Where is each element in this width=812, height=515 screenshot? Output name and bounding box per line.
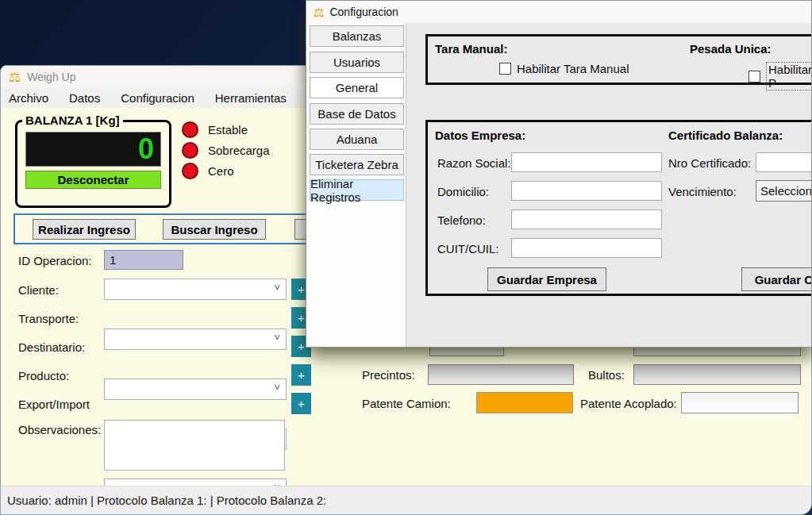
tara-manual-heading: Tara Manual: [435,42,507,56]
menu-archivo[interactable]: Archivo [9,91,48,105]
cliente-label: Cliente: [18,283,59,297]
pesada-unica-heading: Pesada Unica: [690,42,772,56]
razon-social-label: Razon Social: [437,156,511,170]
empresa-certificado-groupbox: Datos Empresa: Razon Social: Domicilio: … [425,120,812,296]
tab-aduana[interactable]: Aduana [310,129,404,150]
scales-icon: ⚖ [9,71,21,84]
status-bar: Usuario: admin | Protocolo Balanza 1: | … [1,486,811,514]
destinatario-combobox[interactable] [104,379,287,400]
vencimiento-combobox[interactable]: Seleccione [756,180,812,202]
chevron-down-icon [274,282,280,294]
id-operacion-label: ID Operacion: [18,254,92,267]
window-title: Weigh Up [27,71,75,83]
chevron-down-icon [274,382,280,394]
bultos-field[interactable] [633,364,801,385]
guardar-certificado-button[interactable]: Guardar Certi [741,267,812,291]
add-export-import-button[interactable]: + [291,393,311,414]
vencimiento-label: Vencimiento: [668,185,737,198]
cuit-cuil-input[interactable] [511,238,662,258]
tab-usuarios[interactable]: Usuarios [310,52,404,73]
transporte-combobox[interactable] [104,329,287,350]
tara-manual-checkbox-label: Habilitar Tara Manual [517,62,629,75]
datos-empresa-heading: Datos Empresa: [435,129,525,142]
bultos-label: Bultos: [588,368,625,382]
balanza-group-title: BALANZA 1 [Kg] [22,113,123,127]
transporte-label: Transporte: [18,312,79,325]
export-import-label: Export/Import [18,398,90,411]
patente-camion-field[interactable] [476,392,573,413]
tab-ticketera-zebra[interactable]: Ticketera Zebra [310,154,404,175]
scales-icon: ⚖ [314,6,324,18]
tab-balanzas[interactable]: Balanzas [310,25,404,47]
cliente-combobox[interactable] [104,279,287,300]
pesada-unica-checkbox-label: Habilitar P [766,62,812,90]
destinatario-label: Destinatario: [18,340,85,354]
producto-label: Producto: [18,369,69,382]
observaciones-label: Observaciones: [18,423,101,436]
weight-value: 0 [138,135,154,163]
telefono-input[interactable] [511,209,662,229]
indicator-sobrecarga: Sobrecarga [182,142,270,159]
status-text: Usuario: admin | Protocolo Balanza 1: | … [7,494,326,507]
telefono-label: Telefono: [437,213,486,227]
add-producto-button[interactable]: + [291,364,311,386]
tab-general[interactable]: General [310,77,404,98]
indicator-estable: Estable [182,121,248,138]
tara-manual-checkbox[interactable] [499,63,511,75]
id-operacion-field: 1 [104,250,183,270]
tab-eliminar-registros[interactable]: Eliminar Registros [310,179,404,201]
cuit-cuil-label: CUIT/CUIL: [437,242,499,256]
sobrecarga-led-icon [182,142,198,159]
disconnect-button[interactable]: Desconectar [25,171,161,189]
dialog-title: Configuracion [329,6,398,18]
guardar-empresa-button[interactable]: Guardar Empresa [487,267,606,291]
indicator-cero: Cero [182,163,234,179]
patente-camion-label: Patente Camion: [362,397,451,410]
precintos-field[interactable] [428,364,574,385]
weight-display: 0 [25,132,161,167]
dialog-titlebar[interactable]: ⚖ Configuracion [306,1,811,23]
estable-led-icon [182,121,198,138]
chevron-down-icon [274,332,280,344]
cero-led-icon [182,163,198,179]
patente-acoplado-field[interactable] [681,392,799,413]
menu-datos[interactable]: Datos [69,91,100,105]
razon-social-input[interactable] [511,152,662,172]
domicilio-input[interactable] [511,181,662,201]
nro-certificado-label: Nro Certificado: [668,156,751,170]
observaciones-textarea[interactable] [104,420,285,471]
menu-configuracion[interactable]: Configuracion [121,91,194,105]
balanza-groupbox: BALANZA 1 [Kg] 0 Desconectar [15,120,171,208]
desktop: ⚖ Weigh Up Archivo Datos Configuracion H… [0,0,812,515]
configuracion-dialog: ⚖ Configuracion Balanzas Usuarios Genera… [306,0,812,348]
certificado-balanza-heading: Certificado Balanza: [668,129,783,142]
tara-pesada-groupbox: Tara Manual: Habilitar Tara Manual Pesad… [425,34,812,85]
realizar-ingreso-button[interactable]: Realizar Ingreso [33,219,136,240]
nro-certificado-input[interactable] [756,152,812,172]
precintos-label: Precintos: [362,368,415,382]
patente-acoplado-label: Patente Acoplado: [580,397,677,410]
tab-base-de-datos[interactable]: Base de Datos [310,103,404,125]
pesada-unica-checkbox[interactable] [749,71,760,83]
menu-herramientas[interactable]: Herramientas [215,91,287,105]
buscar-ingreso-button[interactable]: Buscar Ingreso [163,219,266,240]
domicilio-label: Domicilio: [437,185,489,198]
